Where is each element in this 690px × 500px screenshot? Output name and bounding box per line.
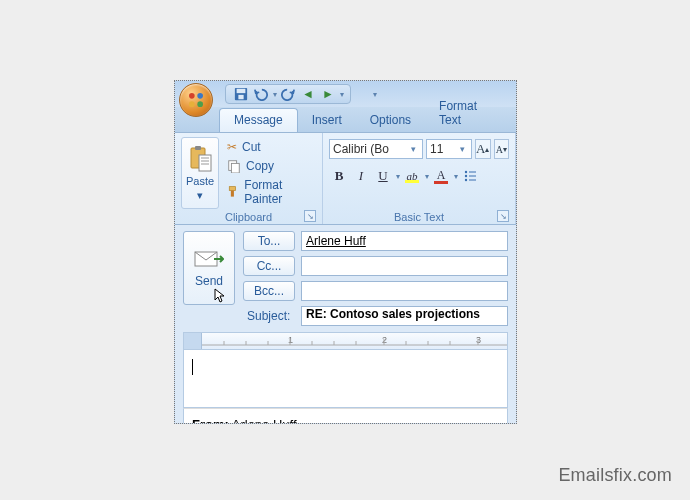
quoted-header-from: From: Arlene Huff [183, 408, 508, 424]
paste-button[interactable]: Paste ▾ [181, 137, 219, 209]
svg-point-1 [197, 93, 203, 99]
svg-point-0 [189, 93, 195, 99]
address-area: Send To... Arlene Huff Cc... Bcc... Subj… [175, 225, 516, 332]
cut-button[interactable]: ✂ Cut [225, 139, 316, 155]
send-button[interactable]: Send [183, 231, 235, 305]
text-caret-icon [192, 359, 193, 375]
chevron-down-icon: ▾ [456, 144, 468, 154]
to-button[interactable]: To... [243, 231, 295, 251]
svg-point-19 [465, 175, 467, 177]
basic-text-dialog-launcher-icon[interactable]: ↘ [497, 210, 509, 222]
compose-window: ▾ ◄ ► ▾ ▾ Message Insert Options Format … [174, 80, 517, 424]
font-name-combo[interactable]: Calibri (Bo ▾ [329, 139, 423, 159]
highlight-dropdown-icon[interactable]: ▾ [425, 172, 429, 181]
copy-button[interactable]: Copy [225, 158, 316, 174]
font-size-combo[interactable]: 11 ▾ [426, 139, 472, 159]
redo-icon[interactable] [279, 85, 297, 103]
bullets-button[interactable] [460, 166, 480, 186]
svg-point-2 [189, 101, 195, 107]
undo-icon[interactable] [252, 85, 270, 103]
underline-button[interactable]: U [373, 166, 393, 186]
tab-options[interactable]: Options [356, 109, 425, 132]
bcc-field[interactable] [301, 281, 508, 301]
tab-insert[interactable]: Insert [298, 109, 356, 132]
grow-font-button[interactable]: A▴ [475, 139, 491, 159]
paste-dropdown-icon[interactable]: ▾ [197, 189, 203, 202]
clipboard-group-title: Clipboard ↘ [181, 209, 316, 223]
svg-rect-5 [237, 89, 246, 93]
svg-rect-16 [231, 190, 234, 196]
svg-rect-8 [195, 146, 201, 150]
paintbrush-icon [227, 185, 239, 199]
svg-rect-6 [238, 95, 243, 99]
basic-text-group: Calibri (Bo ▾ 11 ▾ A▴ A▾ B I U ▾ [323, 133, 516, 224]
previous-item-icon[interactable]: ◄ [299, 85, 317, 103]
mouse-cursor-icon [214, 288, 230, 304]
ribbon-tabs: Message Insert Options Format Text [175, 107, 516, 133]
message-body-area: 1 2 3 From: A [175, 332, 516, 424]
svg-point-3 [197, 101, 203, 107]
ribbon: Paste ▾ ✂ Cut Copy Format Painter [175, 133, 516, 225]
clipboard-group: Paste ▾ ✂ Cut Copy Format Painter [175, 133, 323, 224]
italic-button[interactable]: I [351, 166, 371, 186]
subject-field[interactable]: RE: Contoso sales projections [301, 306, 508, 326]
copy-icon [227, 159, 241, 173]
bold-button[interactable]: B [329, 166, 349, 186]
svg-rect-9 [199, 155, 211, 171]
format-painter-button[interactable]: Format Painter [225, 177, 316, 207]
tab-format-text[interactable]: Format Text [425, 95, 516, 132]
tab-message[interactable]: Message [219, 108, 298, 132]
svg-point-17 [465, 171, 467, 173]
cc-field[interactable] [301, 256, 508, 276]
envelope-send-icon [194, 248, 224, 270]
office-button[interactable] [179, 83, 213, 117]
scissors-icon: ✂ [227, 140, 237, 154]
quick-access-toolbar: ▾ ◄ ► ▾ [225, 84, 351, 104]
watermark: Emailsfix.com [558, 465, 672, 486]
paste-label: Paste [186, 175, 214, 187]
font-color-dropdown-icon[interactable]: ▾ [454, 172, 458, 181]
svg-rect-15 [229, 187, 235, 191]
bcc-button[interactable]: Bcc... [243, 281, 295, 301]
qat-more-icon[interactable]: ▾ [373, 90, 377, 99]
clipboard-dialog-launcher-icon[interactable]: ↘ [304, 210, 316, 222]
undo-dropdown-icon[interactable]: ▾ [273, 90, 277, 99]
next-item-icon[interactable]: ► [319, 85, 337, 103]
svg-point-21 [465, 179, 467, 181]
subject-label: Subject: [243, 309, 295, 323]
font-color-button[interactable]: A [431, 166, 451, 186]
qat-customize-icon[interactable]: ▾ [340, 90, 344, 99]
ruler[interactable]: 1 2 3 [183, 332, 508, 350]
save-icon[interactable] [232, 85, 250, 103]
chevron-down-icon: ▾ [407, 144, 419, 154]
underline-dropdown-icon[interactable]: ▾ [396, 172, 400, 181]
basic-text-group-title: Basic Text ↘ [329, 209, 509, 223]
to-field[interactable]: Arlene Huff [301, 231, 508, 251]
shrink-font-button[interactable]: A▾ [494, 139, 510, 159]
svg-rect-14 [231, 163, 239, 173]
message-body-editor[interactable] [183, 350, 508, 408]
cc-button[interactable]: Cc... [243, 256, 295, 276]
highlight-button[interactable]: ab [402, 166, 422, 186]
